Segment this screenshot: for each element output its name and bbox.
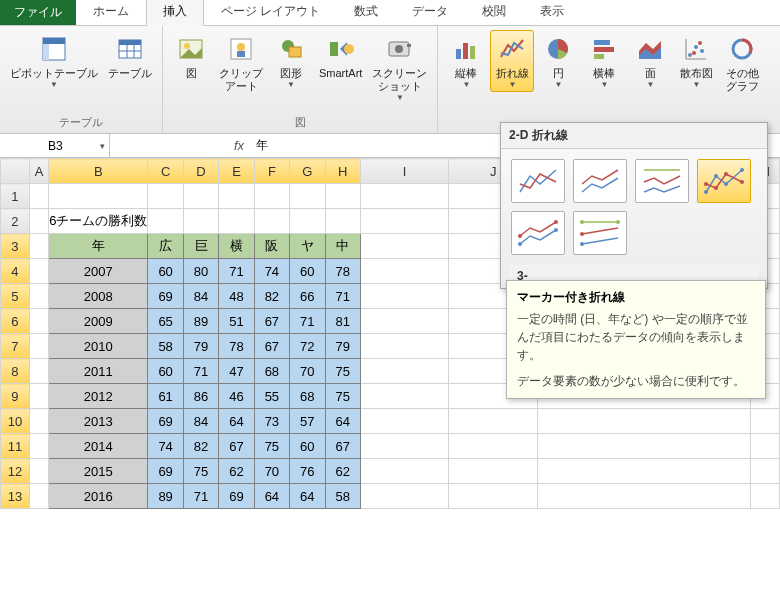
picture-button[interactable]: 図 (169, 30, 213, 83)
cell[interactable] (290, 209, 325, 234)
cell[interactable]: 47 (219, 359, 254, 384)
cell[interactable] (290, 184, 325, 209)
cell[interactable]: 阪 (254, 234, 289, 259)
area-chart-button[interactable]: 面 ▼ (628, 30, 672, 92)
cell[interactable]: 2013 (49, 409, 148, 434)
gallery-stacked-line-markers[interactable] (511, 211, 565, 255)
cell[interactable]: 89 (183, 309, 218, 334)
cell[interactable]: 巨 (183, 234, 218, 259)
cell[interactable] (360, 334, 448, 359)
cell[interactable]: 68 (254, 359, 289, 384)
cell[interactable] (360, 484, 448, 509)
cell[interactable] (751, 484, 780, 509)
cell[interactable] (29, 434, 48, 459)
cell[interactable] (219, 184, 254, 209)
cell[interactable] (325, 209, 360, 234)
cell[interactable]: 67 (325, 434, 360, 459)
col-D[interactable]: D (183, 159, 218, 184)
row-3[interactable]: 3 (1, 234, 30, 259)
row-4[interactable]: 4 (1, 259, 30, 284)
cell[interactable] (148, 209, 183, 234)
cell[interactable] (29, 384, 48, 409)
cell[interactable]: 58 (148, 334, 183, 359)
cell[interactable] (148, 184, 183, 209)
cell[interactable]: 72 (290, 334, 325, 359)
cell[interactable]: 2014 (49, 434, 148, 459)
fx-label[interactable]: fx (110, 138, 250, 153)
gallery-line[interactable] (511, 159, 565, 203)
cell[interactable] (751, 409, 780, 434)
cell[interactable]: 61 (148, 384, 183, 409)
cell[interactable]: 82 (254, 284, 289, 309)
cell[interactable]: 57 (290, 409, 325, 434)
cell[interactable]: 58 (325, 484, 360, 509)
cell[interactable]: 2008 (49, 284, 148, 309)
cell[interactable] (29, 259, 48, 284)
cell[interactable]: 55 (254, 384, 289, 409)
col-I[interactable]: I (360, 159, 448, 184)
cell[interactable]: 71 (183, 484, 218, 509)
cell[interactable]: 71 (219, 259, 254, 284)
cell[interactable]: 70 (290, 359, 325, 384)
cell[interactable] (29, 284, 48, 309)
cell[interactable]: 78 (325, 259, 360, 284)
bar-chart-button[interactable]: 横棒 ▼ (582, 30, 626, 92)
formula-content[interactable]: 年 (250, 137, 268, 154)
cell[interactable]: 60 (148, 359, 183, 384)
row-13[interactable]: 13 (1, 484, 30, 509)
cell[interactable]: 67 (254, 334, 289, 359)
cell[interactable] (360, 309, 448, 334)
tab-formulas[interactable]: 数式 (337, 0, 395, 25)
cell[interactable] (360, 259, 448, 284)
cell[interactable]: 75 (254, 434, 289, 459)
col-B[interactable]: B (49, 159, 148, 184)
cell[interactable] (537, 434, 750, 459)
row-5[interactable]: 5 (1, 284, 30, 309)
cell[interactable] (360, 384, 448, 409)
cell[interactable] (29, 459, 48, 484)
tab-page-layout[interactable]: ページ レイアウト (204, 0, 337, 25)
gallery-100stacked-line[interactable] (635, 159, 689, 203)
cell[interactable]: 年 (49, 234, 148, 259)
cell[interactable] (360, 459, 448, 484)
cell[interactable]: 2016 (49, 484, 148, 509)
cell[interactable] (29, 409, 48, 434)
cell[interactable]: 2011 (49, 359, 148, 384)
other-chart-button[interactable]: その他 グラフ (720, 30, 764, 96)
cell[interactable] (449, 434, 538, 459)
cell[interactable]: 60 (290, 259, 325, 284)
shapes-button[interactable]: 図形 ▼ (269, 30, 313, 92)
smartart-button[interactable]: SmartArt (315, 30, 366, 83)
col-F[interactable]: F (254, 159, 289, 184)
select-all-corner[interactable] (1, 159, 30, 184)
tab-home[interactable]: ホーム (76, 0, 146, 25)
cell[interactable]: 2007 (49, 259, 148, 284)
cell[interactable]: 71 (325, 284, 360, 309)
cell[interactable]: 6チームの勝利数 (49, 209, 148, 234)
cell[interactable] (325, 184, 360, 209)
cell[interactable] (254, 184, 289, 209)
cell[interactable]: 71 (183, 359, 218, 384)
cell[interactable]: 82 (183, 434, 218, 459)
cell[interactable] (183, 209, 218, 234)
cell[interactable] (449, 459, 538, 484)
cell[interactable]: 69 (148, 284, 183, 309)
cell[interactable] (360, 184, 448, 209)
col-E[interactable]: E (219, 159, 254, 184)
cell[interactable]: 86 (183, 384, 218, 409)
gallery-stacked-line[interactable] (573, 159, 627, 203)
cell[interactable]: 46 (219, 384, 254, 409)
col-C[interactable]: C (148, 159, 183, 184)
tab-view[interactable]: 表示 (523, 0, 581, 25)
cell[interactable] (751, 459, 780, 484)
row-9[interactable]: 9 (1, 384, 30, 409)
cell[interactable] (183, 184, 218, 209)
cell[interactable]: 75 (183, 459, 218, 484)
cell[interactable]: 75 (325, 384, 360, 409)
cell[interactable] (360, 209, 448, 234)
cell[interactable]: 79 (183, 334, 218, 359)
cell[interactable]: 中 (325, 234, 360, 259)
cell[interactable]: 73 (254, 409, 289, 434)
cell[interactable]: 89 (148, 484, 183, 509)
cell[interactable]: 71 (290, 309, 325, 334)
